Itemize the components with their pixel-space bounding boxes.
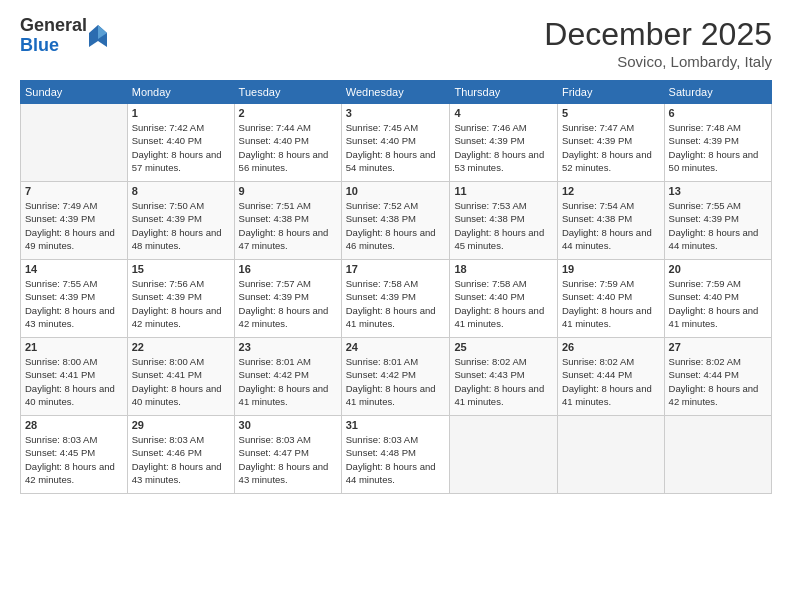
day-info: Sunrise: 8:03 AMSunset: 4:47 PMDaylight:… [239, 433, 337, 486]
calendar-week-2: 7Sunrise: 7:49 AMSunset: 4:39 PMDaylight… [21, 182, 772, 260]
calendar-cell [450, 416, 558, 494]
day-info: Sunrise: 7:58 AMSunset: 4:40 PMDaylight:… [454, 277, 553, 330]
day-info: Sunrise: 7:58 AMSunset: 4:39 PMDaylight:… [346, 277, 446, 330]
page: General Blue December 2025 Sovico, Lomba… [0, 0, 792, 612]
col-friday: Friday [557, 81, 664, 104]
calendar-cell: 8Sunrise: 7:50 AMSunset: 4:39 PMDaylight… [127, 182, 234, 260]
day-number: 9 [239, 185, 337, 197]
day-number: 2 [239, 107, 337, 119]
location: Sovico, Lombardy, Italy [544, 53, 772, 70]
calendar-cell: 29Sunrise: 8:03 AMSunset: 4:46 PMDayligh… [127, 416, 234, 494]
day-number: 24 [346, 341, 446, 353]
day-number: 6 [669, 107, 767, 119]
calendar-cell: 28Sunrise: 8:03 AMSunset: 4:45 PMDayligh… [21, 416, 128, 494]
title-block: December 2025 Sovico, Lombardy, Italy [544, 16, 772, 70]
day-info: Sunrise: 8:00 AMSunset: 4:41 PMDaylight:… [25, 355, 123, 408]
day-info: Sunrise: 7:48 AMSunset: 4:39 PMDaylight:… [669, 121, 767, 174]
day-info: Sunrise: 7:45 AMSunset: 4:40 PMDaylight:… [346, 121, 446, 174]
col-sunday: Sunday [21, 81, 128, 104]
calendar-week-1: 1Sunrise: 7:42 AMSunset: 4:40 PMDaylight… [21, 104, 772, 182]
day-number: 3 [346, 107, 446, 119]
day-number: 13 [669, 185, 767, 197]
calendar-cell: 11Sunrise: 7:53 AMSunset: 4:38 PMDayligh… [450, 182, 558, 260]
calendar-cell: 3Sunrise: 7:45 AMSunset: 4:40 PMDaylight… [341, 104, 450, 182]
calendar-week-5: 28Sunrise: 8:03 AMSunset: 4:45 PMDayligh… [21, 416, 772, 494]
day-number: 5 [562, 107, 660, 119]
col-monday: Monday [127, 81, 234, 104]
calendar-cell: 22Sunrise: 8:00 AMSunset: 4:41 PMDayligh… [127, 338, 234, 416]
calendar-week-4: 21Sunrise: 8:00 AMSunset: 4:41 PMDayligh… [21, 338, 772, 416]
day-number: 28 [25, 419, 123, 431]
calendar-cell: 21Sunrise: 8:00 AMSunset: 4:41 PMDayligh… [21, 338, 128, 416]
day-number: 17 [346, 263, 446, 275]
day-info: Sunrise: 8:03 AMSunset: 4:48 PMDaylight:… [346, 433, 446, 486]
day-info: Sunrise: 7:49 AMSunset: 4:39 PMDaylight:… [25, 199, 123, 252]
day-number: 10 [346, 185, 446, 197]
logo: General Blue [20, 16, 107, 56]
day-info: Sunrise: 8:01 AMSunset: 4:42 PMDaylight:… [346, 355, 446, 408]
calendar-cell: 27Sunrise: 8:02 AMSunset: 4:44 PMDayligh… [664, 338, 771, 416]
day-number: 7 [25, 185, 123, 197]
day-info: Sunrise: 7:50 AMSunset: 4:39 PMDaylight:… [132, 199, 230, 252]
calendar-cell: 10Sunrise: 7:52 AMSunset: 4:38 PMDayligh… [341, 182, 450, 260]
day-info: Sunrise: 7:52 AMSunset: 4:38 PMDaylight:… [346, 199, 446, 252]
calendar-cell: 16Sunrise: 7:57 AMSunset: 4:39 PMDayligh… [234, 260, 341, 338]
day-info: Sunrise: 7:53 AMSunset: 4:38 PMDaylight:… [454, 199, 553, 252]
calendar-cell [21, 104, 128, 182]
day-info: Sunrise: 8:01 AMSunset: 4:42 PMDaylight:… [239, 355, 337, 408]
day-number: 26 [562, 341, 660, 353]
day-number: 15 [132, 263, 230, 275]
day-info: Sunrise: 7:56 AMSunset: 4:39 PMDaylight:… [132, 277, 230, 330]
calendar-cell: 20Sunrise: 7:59 AMSunset: 4:40 PMDayligh… [664, 260, 771, 338]
calendar-cell: 15Sunrise: 7:56 AMSunset: 4:39 PMDayligh… [127, 260, 234, 338]
logo-icon [89, 25, 107, 47]
day-info: Sunrise: 7:57 AMSunset: 4:39 PMDaylight:… [239, 277, 337, 330]
calendar-cell [557, 416, 664, 494]
calendar-cell: 5Sunrise: 7:47 AMSunset: 4:39 PMDaylight… [557, 104, 664, 182]
calendar-cell: 7Sunrise: 7:49 AMSunset: 4:39 PMDaylight… [21, 182, 128, 260]
day-info: Sunrise: 8:02 AMSunset: 4:44 PMDaylight:… [562, 355, 660, 408]
day-info: Sunrise: 8:03 AMSunset: 4:45 PMDaylight:… [25, 433, 123, 486]
calendar-week-3: 14Sunrise: 7:55 AMSunset: 4:39 PMDayligh… [21, 260, 772, 338]
day-number: 1 [132, 107, 230, 119]
day-number: 12 [562, 185, 660, 197]
calendar-cell: 13Sunrise: 7:55 AMSunset: 4:39 PMDayligh… [664, 182, 771, 260]
month-title: December 2025 [544, 16, 772, 53]
day-number: 30 [239, 419, 337, 431]
calendar-cell: 31Sunrise: 8:03 AMSunset: 4:48 PMDayligh… [341, 416, 450, 494]
calendar-cell: 24Sunrise: 8:01 AMSunset: 4:42 PMDayligh… [341, 338, 450, 416]
day-info: Sunrise: 7:44 AMSunset: 4:40 PMDaylight:… [239, 121, 337, 174]
logo-blue: Blue [20, 35, 59, 55]
calendar-cell: 12Sunrise: 7:54 AMSunset: 4:38 PMDayligh… [557, 182, 664, 260]
calendar-cell: 17Sunrise: 7:58 AMSunset: 4:39 PMDayligh… [341, 260, 450, 338]
col-tuesday: Tuesday [234, 81, 341, 104]
day-number: 27 [669, 341, 767, 353]
calendar-cell: 2Sunrise: 7:44 AMSunset: 4:40 PMDaylight… [234, 104, 341, 182]
calendar-cell: 6Sunrise: 7:48 AMSunset: 4:39 PMDaylight… [664, 104, 771, 182]
day-info: Sunrise: 8:00 AMSunset: 4:41 PMDaylight:… [132, 355, 230, 408]
logo-general: General [20, 15, 87, 35]
day-number: 23 [239, 341, 337, 353]
calendar-cell: 26Sunrise: 8:02 AMSunset: 4:44 PMDayligh… [557, 338, 664, 416]
calendar-cell: 4Sunrise: 7:46 AMSunset: 4:39 PMDaylight… [450, 104, 558, 182]
calendar-cell: 30Sunrise: 8:03 AMSunset: 4:47 PMDayligh… [234, 416, 341, 494]
day-info: Sunrise: 8:02 AMSunset: 4:44 PMDaylight:… [669, 355, 767, 408]
calendar-cell: 14Sunrise: 7:55 AMSunset: 4:39 PMDayligh… [21, 260, 128, 338]
day-info: Sunrise: 7:59 AMSunset: 4:40 PMDaylight:… [669, 277, 767, 330]
day-info: Sunrise: 7:55 AMSunset: 4:39 PMDaylight:… [25, 277, 123, 330]
day-info: Sunrise: 7:47 AMSunset: 4:39 PMDaylight:… [562, 121, 660, 174]
day-number: 14 [25, 263, 123, 275]
calendar-cell [664, 416, 771, 494]
calendar-cell: 23Sunrise: 8:01 AMSunset: 4:42 PMDayligh… [234, 338, 341, 416]
day-info: Sunrise: 7:54 AMSunset: 4:38 PMDaylight:… [562, 199, 660, 252]
day-info: Sunrise: 7:51 AMSunset: 4:38 PMDaylight:… [239, 199, 337, 252]
day-info: Sunrise: 7:59 AMSunset: 4:40 PMDaylight:… [562, 277, 660, 330]
calendar-cell: 25Sunrise: 8:02 AMSunset: 4:43 PMDayligh… [450, 338, 558, 416]
day-number: 8 [132, 185, 230, 197]
day-number: 19 [562, 263, 660, 275]
day-number: 22 [132, 341, 230, 353]
day-number: 18 [454, 263, 553, 275]
calendar-cell: 18Sunrise: 7:58 AMSunset: 4:40 PMDayligh… [450, 260, 558, 338]
calendar-cell: 1Sunrise: 7:42 AMSunset: 4:40 PMDaylight… [127, 104, 234, 182]
day-number: 25 [454, 341, 553, 353]
